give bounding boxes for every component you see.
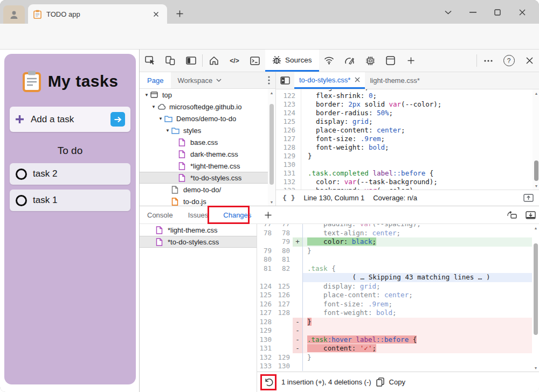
tab-console[interactable]: Console: [140, 211, 181, 219]
tree-expander-icon[interactable]: ▼: [157, 116, 164, 121]
tab-workspace[interactable]: Workspace: [171, 72, 228, 88]
copy-button[interactable]: Copy: [389, 378, 405, 386]
code-editor[interactable]: 121 height: 2rem;122 flex-shrink: 0;123 …: [276, 89, 539, 190]
diff-row-ctx: 127128 font-weight: bold;: [257, 309, 539, 318]
tree-item-dark-theme-css[interactable]: dark-theme.css: [140, 148, 268, 160]
customize-devtools-dots-icon[interactable]: [478, 50, 499, 72]
editor-tab-light-theme[interactable]: light-theme.css*: [365, 72, 424, 89]
tree-item-label: styles: [183, 127, 201, 135]
line-number[interactable]: 126: [276, 126, 301, 135]
line-number[interactable]: 122: [276, 92, 301, 100]
tab-sources[interactable]: Sources: [265, 50, 319, 72]
editor-tab-to-do-styles[interactable]: to-do-styles.css*: [294, 72, 365, 89]
line-number[interactable]: 123: [276, 100, 301, 109]
tree-expander-icon[interactable]: ▼: [150, 104, 157, 109]
tree-item-microsoftedge-github-io[interactable]: ▼microsoftedge.github.io: [140, 101, 268, 113]
submit-task-button[interactable]: [110, 112, 125, 127]
changed-file--to-do-styles-css[interactable]: *to-do-styles.css: [140, 236, 257, 248]
tree-item-to-do-js[interactable]: to-do.js: [140, 195, 268, 206]
task-checkbox[interactable]: [16, 169, 27, 180]
task-item[interactable]: task 2: [10, 163, 130, 185]
panel-position-icon[interactable]: [523, 194, 534, 202]
tab-page[interactable]: Page: [140, 72, 171, 88]
more-tools-plus-icon[interactable]: [401, 50, 421, 72]
close-editor-tab-icon[interactable]: [355, 77, 360, 82]
changed-file--light-theme-css[interactable]: *light-theme.css: [140, 224, 257, 236]
tree-item-label: dark-theme.css: [190, 150, 238, 158]
tree-item--light-theme-css[interactable]: *light-theme.css: [140, 160, 268, 172]
cloud-icon: [157, 103, 167, 110]
browser-window: TODO app: [0, 0, 539, 392]
welcome-home-icon[interactable]: [204, 50, 224, 72]
tree-item-base-css[interactable]: base.css: [140, 136, 268, 148]
revert-annotation: [260, 374, 277, 390]
tab-changes[interactable]: Changes: [216, 211, 259, 219]
line-number[interactable]: 125: [276, 117, 301, 126]
profile-button[interactable]: [3, 5, 25, 24]
line-number[interactable]: 131: [276, 169, 301, 178]
maximize-icon[interactable]: [485, 4, 510, 20]
tab-strip: TODO app: [0, 0, 539, 24]
devtools-toolbar: </> Sources: [140, 50, 539, 72]
navigator-menu-dots-icon[interactable]: [262, 72, 275, 88]
undock-quickview-icon[interactable]: [503, 211, 521, 219]
console-tool-icon[interactable]: [245, 50, 265, 72]
line-number[interactable]: 129: [276, 152, 301, 160]
hide-navigator-icon[interactable]: [276, 72, 294, 89]
elements-tool-icon[interactable]: </>: [224, 50, 245, 72]
changes-file-list: *light-theme.css*to-do-styles.css: [140, 224, 257, 392]
changes-diff-view: 7777 padding: var(--spacing);7878 text-a…: [257, 224, 539, 392]
plus-icon: [15, 115, 24, 124]
tree-item-top[interactable]: ▼top: [140, 89, 268, 101]
code-line: 132 color: var(--task-background);: [276, 178, 539, 186]
file-tree: ▼top▼microsoftedge.github.io▼Demos/demo-…: [140, 89, 268, 206]
help-icon[interactable]: ?: [499, 50, 519, 72]
line-number[interactable]: 128: [276, 143, 301, 152]
diff-scrollbar[interactable]: ▲ ▼: [532, 224, 539, 372]
tree-item-styles[interactable]: ▼styles: [140, 124, 268, 136]
device-emulation-icon[interactable]: [160, 50, 181, 72]
diff-row-ctx: 125126 place-content: center;: [257, 291, 539, 300]
task-checkbox[interactable]: [16, 195, 27, 206]
expand-quickview-icon[interactable]: [521, 211, 539, 219]
copy-icon[interactable]: [376, 377, 384, 387]
tree-expander-icon[interactable]: ▼: [164, 128, 171, 133]
add-task-field[interactable]: Add a task: [10, 107, 130, 132]
diff-row-ctx: 124125 display: grid;: [257, 282, 539, 291]
close-devtools-icon[interactable]: [519, 50, 539, 72]
navigator-scrollbar[interactable]: ▲ ▼: [268, 89, 275, 206]
network-wifi-icon[interactable]: [319, 50, 340, 72]
browser-menu-chevron-icon[interactable]: [436, 4, 460, 20]
inspect-element-icon[interactable]: [140, 50, 160, 72]
line-number[interactable]: 124: [276, 109, 301, 117]
memory-chip-icon[interactable]: [360, 50, 381, 72]
pretty-print-icon[interactable]: { }: [282, 194, 295, 202]
close-window-icon[interactable]: [510, 4, 535, 20]
editor-scrollbar[interactable]: ▲ ▼: [533, 89, 539, 190]
line-number[interactable]: 127: [276, 135, 301, 143]
file-js-icon: [171, 198, 181, 206]
navigator-header: Page Workspace: [140, 72, 275, 89]
tree-expander-icon[interactable]: ▼: [143, 93, 150, 97]
dock-side-icon[interactable]: [181, 50, 201, 72]
application-tool-icon[interactable]: [381, 50, 401, 72]
tree-item-demo-to-do-[interactable]: demo-to-do/: [140, 184, 268, 195]
changes-footer: 1 insertion (+), 4 deletions (-) Copy: [257, 372, 539, 392]
file-css-icon: [156, 226, 165, 234]
diff-row-ctx: 7777 padding: var(--spacing);: [257, 224, 539, 229]
line-number[interactable]: 130: [276, 160, 301, 169]
tree-item--to-do-styles-css[interactable]: *to-do-styles.css: [140, 172, 268, 184]
task-item[interactable]: task 1: [10, 190, 130, 211]
line-number[interactable]: 132: [276, 178, 301, 186]
diff-row-ctx: 8182.task {: [257, 264, 539, 274]
sources-navigator: Page Workspace ▼top▼microsoftedge.github…: [140, 72, 275, 206]
new-tab-button[interactable]: [172, 6, 187, 21]
browser-tab[interactable]: TODO app: [28, 4, 167, 24]
tab-close-icon[interactable]: [150, 8, 162, 20]
revert-icon[interactable]: [264, 378, 273, 387]
minimize-icon[interactable]: [460, 4, 485, 20]
tree-item-demos-demo-to-do[interactable]: ▼Demos/demo-to-do: [140, 113, 268, 124]
performance-gauge-icon[interactable]: [340, 50, 360, 72]
tab-issues[interactable]: Issues: [181, 211, 216, 219]
more-drawer-tools-plus-icon[interactable]: [259, 212, 277, 219]
